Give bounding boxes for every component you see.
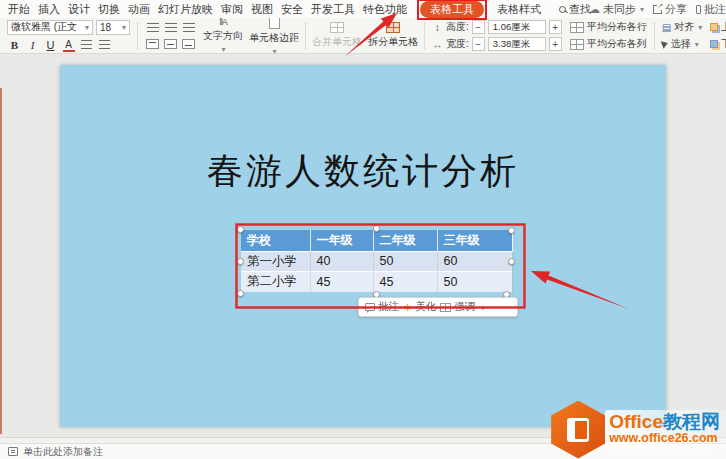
distribute-rows-icon bbox=[570, 22, 584, 33]
tab-special-features[interactable]: 特色功能 bbox=[363, 2, 407, 17]
align-center-icon bbox=[165, 23, 177, 32]
slide-title[interactable]: 春游人数统计分析 bbox=[60, 147, 666, 196]
comment-icon bbox=[365, 303, 375, 311]
watermark-name-zh: 教程网 bbox=[663, 411, 720, 432]
sync-status-button[interactable]: ☁ 未同步 bbox=[589, 2, 644, 17]
height-increase-button[interactable]: + bbox=[549, 20, 562, 34]
selection-handle[interactable] bbox=[237, 226, 244, 233]
tab-design[interactable]: 设计 bbox=[68, 2, 90, 17]
valign-bottom-button[interactable] bbox=[181, 37, 196, 51]
text-direction-button[interactable]: ‖A 文字方向 bbox=[200, 18, 246, 54]
cell-margins-icon bbox=[269, 18, 280, 29]
notes-placeholder: 单击此处添加备注 bbox=[23, 445, 103, 459]
selection-handle[interactable] bbox=[237, 258, 244, 265]
tab-slideshow[interactable]: 幻灯片放映 bbox=[158, 2, 213, 17]
align-center-button[interactable] bbox=[163, 20, 178, 34]
table-header-cell[interactable]: 三年级 bbox=[437, 230, 512, 251]
bring-forward-button[interactable]: 上移一层 bbox=[710, 20, 726, 34]
find-button[interactable]: 查找 bbox=[559, 2, 591, 17]
selection-handle[interactable] bbox=[373, 225, 380, 232]
font-name-select[interactable]: 微软雅黑 (正文 bbox=[7, 20, 93, 35]
share-button[interactable]: 分享 bbox=[653, 2, 687, 17]
office-logo-icon bbox=[551, 401, 605, 459]
comment-icon bbox=[696, 5, 701, 14]
font-color-button[interactable]: A bbox=[61, 38, 76, 52]
tab-table-style[interactable]: 表格样式 bbox=[497, 2, 541, 17]
left-edge-line bbox=[0, 88, 2, 434]
tab-view[interactable]: 视图 bbox=[251, 2, 273, 17]
bold-button[interactable]: B bbox=[7, 38, 22, 52]
distribute-cols-icon bbox=[570, 39, 584, 50]
font-size-select[interactable]: 18 bbox=[96, 20, 130, 35]
underline-button[interactable]: U bbox=[43, 38, 58, 52]
cell-margins-button[interactable]: 单元格边距 bbox=[246, 18, 302, 54]
table-cell[interactable]: 50 bbox=[373, 251, 437, 271]
selection-handle[interactable] bbox=[508, 258, 515, 265]
align-left-button[interactable] bbox=[145, 20, 160, 34]
tab-security[interactable]: 安全 bbox=[281, 2, 303, 17]
table-header-cell[interactable]: 一年级 bbox=[310, 230, 373, 251]
table-cell[interactable]: 40 bbox=[310, 251, 373, 271]
mini-emphasize-button[interactable]: 强调 bbox=[440, 300, 475, 314]
table-cell[interactable]: 45 bbox=[373, 271, 437, 292]
width-value-input[interactable]: 3.38厘米 bbox=[488, 37, 546, 51]
width-decrease-button[interactable]: − bbox=[472, 37, 485, 51]
slide-table[interactable]: 学校 一年级 二年级 三年级 第一小学 40 50 60 第二小学 45 45 … bbox=[241, 230, 513, 292]
office-cube-icon bbox=[567, 418, 589, 442]
table-header-cell[interactable]: 二年级 bbox=[373, 230, 437, 251]
height-decrease-button[interactable]: − bbox=[472, 20, 485, 34]
chevron-right-icon[interactable]: › bbox=[481, 301, 485, 313]
height-value-input[interactable]: 1.06厘米 bbox=[488, 20, 546, 34]
valign-middle-button[interactable] bbox=[163, 37, 178, 51]
divider bbox=[654, 22, 655, 50]
row-height-icon: ↕ bbox=[432, 22, 443, 33]
tab-review[interactable]: 审阅 bbox=[221, 2, 243, 17]
table-cell[interactable]: 45 bbox=[310, 271, 373, 292]
table-header-cell[interactable]: 学校 bbox=[241, 230, 310, 251]
align-objects-button[interactable]: ▤ 对齐 bbox=[662, 20, 702, 34]
table-grid-icon bbox=[440, 303, 451, 312]
selection-handle[interactable] bbox=[508, 227, 515, 234]
send-backward-button[interactable]: 下移一层 bbox=[710, 37, 726, 51]
bullet-list-button[interactable] bbox=[97, 38, 112, 52]
divider bbox=[424, 22, 425, 50]
mini-beautify-button[interactable]: ∗ 美化 bbox=[403, 300, 436, 314]
tab-developer[interactable]: 开发工具 bbox=[311, 2, 355, 17]
numbered-list-button[interactable] bbox=[79, 38, 94, 52]
tab-transition[interactable]: 切换 bbox=[98, 2, 120, 17]
selection-handle[interactable] bbox=[237, 290, 244, 297]
tab-animation[interactable]: 动画 bbox=[128, 2, 150, 17]
align-right-button[interactable] bbox=[181, 20, 196, 34]
notes-icon bbox=[8, 447, 18, 456]
slide-canvas[interactable]: 春游人数统计分析 学校 一年级 二年级 三年级 第一小学 40 50 60 第二… bbox=[60, 65, 666, 427]
table-cell[interactable]: 60 bbox=[437, 251, 512, 271]
width-label: 宽度: bbox=[446, 37, 469, 51]
valign-top-button[interactable] bbox=[145, 37, 160, 51]
watermark-name-en: Office bbox=[609, 411, 663, 432]
split-cells-button[interactable]: 拆分单元格 bbox=[365, 22, 421, 49]
cursor-icon bbox=[661, 39, 669, 49]
align-objects-icon: ▤ bbox=[662, 22, 671, 33]
table-cell[interactable]: 第一小学 bbox=[241, 251, 310, 271]
merge-cells-button: 合并单元格 bbox=[309, 22, 365, 49]
cloud-icon: ☁ bbox=[589, 3, 600, 16]
width-increase-button[interactable]: + bbox=[549, 37, 562, 51]
slide-editing-area: 春游人数统计分析 学校 一年级 二年级 三年级 第一小学 40 50 60 第二… bbox=[0, 54, 726, 437]
distribute-rows-button[interactable]: 平均分布各行 bbox=[570, 20, 647, 34]
split-cells-icon bbox=[386, 22, 400, 33]
column-width-icon: ↔ bbox=[432, 39, 443, 50]
valign-bottom-icon bbox=[182, 39, 195, 49]
select-button[interactable]: 选择 bbox=[662, 37, 702, 51]
distribute-cols-button[interactable]: 平均分布各列 bbox=[570, 37, 647, 51]
tab-insert[interactable]: 插入 bbox=[38, 2, 60, 17]
italic-button[interactable]: I bbox=[25, 38, 40, 52]
tab-home[interactable]: 开始 bbox=[8, 2, 30, 17]
red-annotation-box: 表格工具 bbox=[417, 0, 487, 20]
table-cell[interactable]: 第二小学 bbox=[241, 271, 310, 292]
mini-comment-button[interactable]: 批注 bbox=[365, 300, 399, 314]
table-tools-ribbon: 微软雅黑 (正文 18 B I U A bbox=[0, 18, 726, 54]
table-cell[interactable]: 50 bbox=[437, 271, 512, 292]
site-watermark: Office教程网 www.office26.com bbox=[551, 400, 726, 459]
comment-button[interactable]: 批注 bbox=[696, 2, 726, 17]
tab-table-tools-active[interactable]: 表格工具 bbox=[420, 1, 484, 18]
